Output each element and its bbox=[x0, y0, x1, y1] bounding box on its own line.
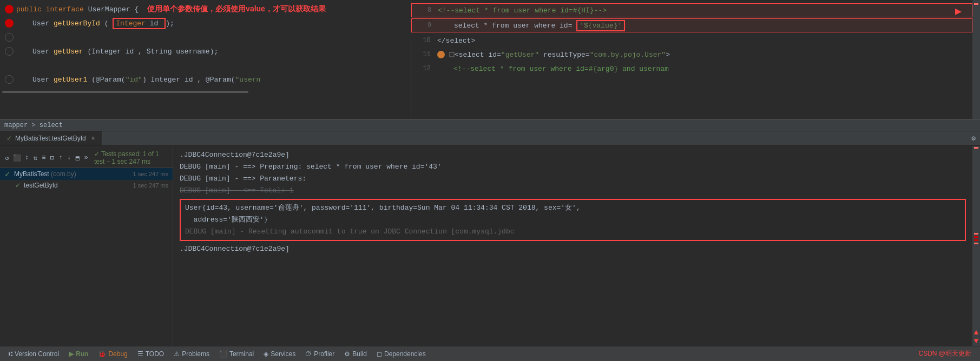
left-code-panel: public interface UserMapper { 使用单个参数传值，必… bbox=[0, 0, 411, 119]
gutter-empty-4 bbox=[5, 47, 14, 56]
version-control-label: Version Control bbox=[15, 350, 59, 358]
breadcrumb: mapper > select bbox=[4, 122, 63, 129]
run-label: Run bbox=[76, 350, 88, 358]
debug-label: Debug bbox=[108, 350, 127, 358]
code-line-3 bbox=[0, 30, 411, 44]
debug-btn[interactable]: 🐞 Debug bbox=[94, 346, 131, 361]
test-tab-close[interactable]: × bbox=[91, 135, 95, 142]
collapse-btn[interactable]: ⊟ bbox=[50, 153, 55, 162]
sort2-btn[interactable]: ⇅ bbox=[32, 153, 38, 162]
deps-label: Dependencies bbox=[384, 350, 426, 358]
terminal-btn[interactable]: ⬛ Terminal bbox=[215, 346, 258, 361]
item-label-2: testGetById bbox=[24, 182, 58, 189]
item-time-2: 1 sec 247 ms bbox=[133, 182, 168, 189]
test-results-area: ↺ ⬛ ↕ ⇅ ≡ ⊟ ↑ ↓ ⬒ » ✓ Tests passed: 1 of… bbox=[0, 146, 980, 346]
scroll-marker-a bbox=[974, 233, 978, 235]
console-scrollbar: ▲ ▼ bbox=[972, 146, 980, 346]
code-line-4: User getUser (Integer id , String userna… bbox=[0, 44, 411, 58]
result-line-2: address='陕西西安'} bbox=[185, 214, 961, 226]
todo-label: TODO bbox=[146, 350, 164, 358]
log-line-jdbc2: .JDBC4Connection@7c1e2a9e] bbox=[180, 243, 966, 255]
problems-icon: ⚠ bbox=[174, 350, 180, 358]
problems-label: Problems bbox=[182, 350, 209, 358]
test-tab[interactable]: ✓ MyBatisTest.testGetById × bbox=[0, 131, 102, 145]
console-panel: .JDBC4Connection@7c1e2a9e] DEBUG [main] … bbox=[173, 146, 972, 346]
pass-check: ✓ bbox=[4, 170, 11, 178]
right-scrollbar bbox=[972, 0, 980, 119]
arrow-annotation: ▶ bbox=[955, 4, 962, 18]
test-pass-badge: ✓ Tests passed: 1 of 1 test – 1 sec 247 … bbox=[94, 150, 168, 165]
code-line-5 bbox=[0, 58, 411, 72]
build-label: Build bbox=[352, 350, 367, 358]
scroll-marker-d bbox=[974, 243, 978, 244]
rerun-btn[interactable]: ↺ bbox=[4, 153, 10, 162]
marker-11 bbox=[449, 52, 455, 57]
gutter-icon-11 bbox=[437, 51, 445, 58]
scroll-arrow-down[interactable]: ▼ bbox=[974, 337, 978, 345]
scroll-marker-b bbox=[974, 236, 978, 238]
annotation-text: 使用单个参数传值，必须使用value，才可以获取结果 bbox=[147, 4, 326, 13]
right-line-10: 10 </select> bbox=[411, 34, 972, 48]
breakpoint-icon[interactable] bbox=[5, 5, 14, 14]
breakpoint-icon-2[interactable] bbox=[5, 19, 14, 28]
up-btn[interactable]: ↑ bbox=[58, 153, 63, 162]
services-btn[interactable]: ◈ Services bbox=[259, 346, 300, 361]
log-line-debug1: DEBUG [main] - ==> Preparing: select * f… bbox=[180, 161, 966, 173]
dependencies-btn[interactable]: ◻ Dependencies bbox=[372, 346, 430, 361]
todo-btn[interactable]: ☰ TODO bbox=[133, 346, 168, 361]
terminal-label: Terminal bbox=[229, 350, 254, 358]
more-btn[interactable]: » bbox=[83, 153, 89, 162]
test-tree-panel: ↺ ⬛ ↕ ⇅ ≡ ⊟ ↑ ↓ ⬒ » ✓ Tests passed: 1 of… bbox=[0, 146, 173, 346]
log-line-jdbc1: .JDBC4Connection@7c1e2a9e] bbox=[180, 149, 966, 161]
code-line-1: public interface UserMapper { 使用单个参数传值，必… bbox=[0, 2, 411, 16]
right-line-11: 11 <select id="getUser" resultType="com.… bbox=[411, 48, 972, 62]
build-btn[interactable]: ⚙ Build bbox=[340, 346, 371, 361]
deps-icon: ◻ bbox=[377, 350, 382, 358]
test-tab-title: MyBatisTest.testGetById bbox=[15, 135, 86, 142]
code-line-2: User getUserById ( Integer id ); bbox=[0, 16, 411, 30]
export-btn[interactable]: ⬒ bbox=[75, 153, 81, 162]
todo-icon: ☰ bbox=[137, 350, 143, 358]
profiler-label: Profiler bbox=[314, 350, 334, 358]
gutter-empty-6 bbox=[5, 75, 14, 84]
scroll-arrow-up[interactable]: ▲ bbox=[974, 329, 978, 336]
scroll-marker-top bbox=[974, 147, 978, 149]
down-btn[interactable]: ↓ bbox=[67, 153, 72, 162]
result-line-3: DEBUG [main] - Resetting autocommit to t… bbox=[185, 226, 961, 238]
result-line-1: User{id=43, username='俞莲舟', password='11… bbox=[185, 202, 961, 214]
right-line-8: 8 <!--select * from user where id=#{HI}-… bbox=[411, 3, 972, 17]
pass-check-2: ✓ bbox=[15, 182, 21, 189]
scroll-marker-c bbox=[974, 239, 978, 241]
pass-indicator: ✓ bbox=[6, 135, 12, 142]
status-bar: ⑆ Version Control ▶ Run 🐞 Debug ☰ TODO ⚠… bbox=[0, 346, 980, 361]
sort-btn[interactable]: ↕ bbox=[24, 153, 30, 162]
right-line-9: 9 select * from user where id= '${value}… bbox=[411, 18, 972, 32]
main-container: public interface UserMapper { 使用单个参数传值，必… bbox=[0, 0, 980, 361]
code-text-2: User getUserById ( Integer id ); bbox=[16, 19, 174, 28]
test-tree-item-mybatis[interactable]: ✓ MyBatisTest (com.by) 1 sec 247 ms bbox=[0, 168, 173, 180]
code-area: public interface UserMapper { 使用单个参数传值，必… bbox=[0, 0, 980, 119]
expand-btn[interactable]: ≡ bbox=[41, 153, 47, 162]
gutter-empty-3 bbox=[5, 33, 14, 42]
settings-btn[interactable]: ⚙ bbox=[967, 134, 980, 143]
result-box: User{id=43, username='俞莲舟', password='11… bbox=[180, 199, 966, 241]
log-line-debug2: DEBUG [main] - ==> Parameters: bbox=[180, 173, 966, 185]
right-code-panel: ▶ 8 <!--select * from user where id=#{HI… bbox=[411, 0, 972, 119]
scroll-marker-1 bbox=[974, 3, 978, 5]
services-icon: ◈ bbox=[264, 350, 268, 358]
item-time: 1 sec 247 ms bbox=[133, 171, 168, 177]
debug-icon: 🐞 bbox=[98, 350, 106, 358]
test-tab-bar: ✓ MyBatisTest.testGetById × ⚙ bbox=[0, 131, 980, 146]
profiler-icon: ⏱ bbox=[305, 350, 312, 358]
version-control-btn[interactable]: ⑆ Version Control bbox=[4, 346, 63, 361]
right-line-12: 12 <!--select * from user where id=#{arg… bbox=[411, 62, 972, 76]
stop-btn[interactable]: ⬛ bbox=[13, 153, 21, 162]
code-text: public interface UserMapper { 使用单个参数传值，必… bbox=[16, 4, 326, 14]
profiler-btn[interactable]: ⏱ Profiler bbox=[301, 346, 339, 361]
run-icon: ▶ bbox=[69, 350, 74, 358]
run-btn[interactable]: ▶ Run bbox=[64, 346, 93, 361]
problems-btn[interactable]: ⚠ Problems bbox=[169, 346, 214, 361]
test-tree-item-testgetbyid[interactable]: ✓ testGetById 1 sec 247 ms bbox=[0, 180, 173, 191]
terminal-icon: ⬛ bbox=[219, 350, 227, 358]
log-line-debug3: DEBUG [main] - <== Total: 1 bbox=[180, 185, 966, 197]
